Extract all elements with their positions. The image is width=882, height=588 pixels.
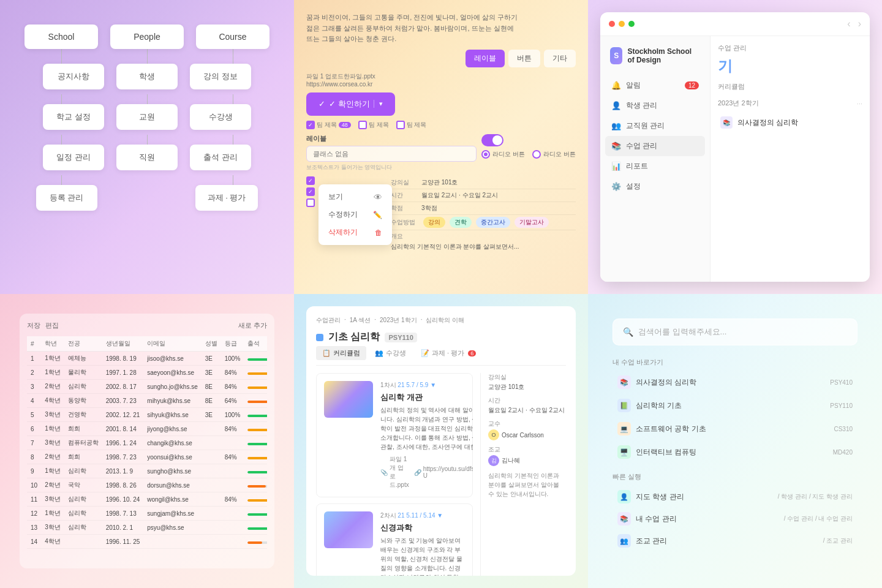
professor-avatar: O bbox=[488, 429, 499, 440]
cb-c[interactable]: ✓ bbox=[306, 198, 315, 207]
tab-button[interactable]: 버튼 bbox=[508, 50, 540, 67]
diagram-node-course[interactable]: Course bbox=[196, 24, 270, 49]
course-dot-purple: 📚 bbox=[720, 116, 733, 129]
nav-item-course-mgmt[interactable]: 📚 수업 관리 bbox=[605, 136, 705, 156]
diagram-node-assessment[interactable]: 과제 · 평가 bbox=[195, 185, 258, 211]
nav-item-faculty-mgmt[interactable]: 👥 교직원 관리 bbox=[605, 116, 705, 136]
quick-action-2[interactable]: 📚 내 수업 관리 / 수업 관리 / 내 수업 관리 bbox=[612, 508, 858, 529]
toolbar-save[interactable]: 저장 bbox=[27, 321, 40, 330]
school-name: Stockholm School of Design bbox=[627, 47, 700, 64]
lesson-1-title: 심리학 개관 bbox=[380, 392, 473, 403]
diagram-node-people[interactable]: People bbox=[110, 24, 184, 49]
nav-forward-icon[interactable]: › bbox=[858, 18, 861, 29]
lesson-2-date[interactable]: 21 5.11 / 5.14 ▼ bbox=[398, 512, 443, 519]
checkbox-2[interactable]: ✓ bbox=[358, 121, 367, 129]
context-view[interactable]: 보기 👁 bbox=[322, 188, 388, 206]
checkbox-1[interactable]: ✓ bbox=[306, 121, 315, 129]
nav-back-icon[interactable]: ‹ bbox=[847, 18, 850, 29]
tab-curriculum[interactable]: 📋 커리큘럼 bbox=[316, 346, 366, 360]
course-icon: 📚 bbox=[611, 141, 621, 151]
nav-item-notifications[interactable]: 🔔 알림 12 bbox=[605, 75, 705, 96]
diagram-node-schedule[interactable]: 일정 관리 bbox=[43, 145, 104, 170]
label-input[interactable] bbox=[306, 146, 477, 162]
radio-2[interactable] bbox=[532, 150, 541, 159]
diagram-node-attendance[interactable]: 출석 관리 bbox=[190, 145, 251, 170]
sidebar-nav: S Stockholm School of Design 🔔 알림 12 👤 학… bbox=[600, 36, 710, 282]
quick-nav-item-1[interactable]: 📚 의사결정의 심리학 PSY410 bbox=[612, 372, 858, 393]
professor-info: 교수 O Oscar Carlsson bbox=[488, 420, 566, 440]
confirm-button[interactable]: ✓ ✓ 확인하기 ▾ bbox=[306, 92, 395, 116]
main-content: 수업 관리 기 커리큘럼 2023년 2학기 ··· 📚 의사결정의 심리학 bbox=[710, 36, 870, 282]
nav-item-report[interactable]: 📊 리포트 bbox=[605, 156, 705, 176]
diagram-node-school[interactable]: School bbox=[24, 24, 98, 49]
notification-badge: 12 bbox=[685, 81, 699, 89]
semester-more-icon[interactable]: ··· bbox=[857, 100, 862, 107]
nav-item-settings[interactable]: ⚙️ 설정 bbox=[605, 176, 705, 197]
diagram-node-school-settings[interactable]: 학교 설정 bbox=[43, 104, 104, 130]
table-row: 8 2학년 희희 1998. 7. 23 yoonsui@khs.se 84% … bbox=[27, 450, 267, 464]
course-tabs: 📋 커리큘럼 👥 수강생 📝 과제 · 평가 6 bbox=[316, 346, 566, 366]
window-close-dot[interactable] bbox=[609, 21, 615, 27]
context-edit[interactable]: 수정하기 ✏️ bbox=[322, 206, 388, 224]
window-maximize-dot[interactable] bbox=[628, 21, 635, 27]
course-code: PSY110 bbox=[385, 333, 417, 342]
cb-a[interactable]: ✓ bbox=[306, 176, 315, 185]
diagram-node-student[interactable]: 학생 bbox=[116, 64, 178, 89]
action-icon-2: 📚 bbox=[617, 512, 631, 526]
nav-item-student-mgmt[interactable]: 👤 학생 관리 bbox=[605, 96, 705, 116]
search-icon: 🔍 bbox=[623, 327, 633, 337]
quick-nav-item-3[interactable]: 💻 소프트웨어 공학 기초 CS310 bbox=[612, 418, 858, 439]
table-row: 13 3학년 심리학 2010. 2. 1 psyu@khs.se 85.02 bbox=[27, 521, 267, 535]
tab-other[interactable]: 기타 bbox=[544, 50, 576, 67]
search-placeholder: 검색어를 입력해주세요... bbox=[638, 326, 726, 337]
students-icon: 👥 bbox=[375, 349, 383, 357]
sub-nav-label: 수업 관리 bbox=[718, 43, 862, 53]
lesson-2-content: 2차시 21 5.11 / 5.14 ▼ 신경과학 뇌와 구조 및 기능에 알아… bbox=[380, 511, 465, 576]
lesson-2-desc: 뇌와 구조 및 기능에 알아보여 배우는 신경계의 구조와 각 부위의 역할, … bbox=[380, 536, 465, 576]
course-item-psychology[interactable]: 📚 의사결정의 심리학 bbox=[718, 113, 862, 132]
col-num: # bbox=[27, 336, 41, 352]
diagram-node-course-info[interactable]: 강의 정보 bbox=[190, 64, 251, 89]
table-container: 저장 편집 새로 추가 # 학년 전공 생년월일 이메일 bbox=[20, 314, 274, 568]
diagram-node-staff[interactable]: 직원 bbox=[116, 145, 178, 170]
time-info: 시간 월요일 2교시 · 수요일 2교시 bbox=[488, 396, 566, 415]
table-row: 5 3학년 건영학 2002. 12. 21 sihyuk@khs.se 3E … bbox=[27, 408, 267, 422]
checkbox-3[interactable]: ✓ bbox=[396, 121, 405, 129]
course-title-main: 기초 심리학 PSY110 bbox=[316, 331, 566, 344]
quick-action-1[interactable]: 👤 지도 학생 관리 / 학생 관리 / 지도 학생 관리 bbox=[612, 486, 858, 507]
settings-icon: ⚙️ bbox=[611, 182, 621, 191]
confirm-dropdown[interactable]: ▾ bbox=[374, 100, 383, 108]
diagram-node-registration[interactable]: 등록 관리 bbox=[36, 185, 97, 211]
diagram-node-teacher[interactable]: 교원 bbox=[116, 104, 178, 130]
diagram-node-notice[interactable]: 공지사항 bbox=[43, 64, 104, 89]
main-section-title: 기 bbox=[718, 56, 862, 76]
student-icon: 👤 bbox=[611, 101, 621, 110]
table-row: 12 1학년 심리학 1998. 7. 13 sungjam@khs.se 80… bbox=[27, 507, 267, 521]
col-grade2: 등급 bbox=[221, 336, 244, 352]
context-delete[interactable]: 삭제하기 🗑 bbox=[322, 224, 388, 241]
quick-action-section: 빠른 실행 👤 지도 학생 관리 / 학생 관리 / 지도 학생 관리 📚 내 … bbox=[612, 472, 858, 551]
radio-1[interactable] bbox=[481, 150, 490, 159]
lesson-1-date[interactable]: 21 5.7 / 5.9 ▼ bbox=[398, 382, 436, 388]
window-minimize-dot[interactable] bbox=[619, 21, 625, 27]
search-wrapper[interactable]: 🔍 검색어를 입력해주세요... bbox=[612, 318, 858, 345]
quick-action-label: 빠른 실행 bbox=[612, 472, 858, 481]
table-wrapper[interactable]: # 학년 전공 생년월일 이메일 성별 등급 출석 성적 평균점수 bbox=[27, 336, 267, 552]
toggle-switch[interactable] bbox=[481, 134, 503, 146]
breadcrumb: 수업관리 · 1A 섹션 · 2023년 1학기 · 심리학의 이해 bbox=[316, 316, 566, 325]
course-detail-window: 수업관리 · 1A 섹션 · 2023년 1학기 · 심리학의 이해 기초 심리… bbox=[306, 306, 576, 576]
toolbar-add[interactable]: 새로 추가 bbox=[238, 321, 267, 330]
quick-nav-item-2[interactable]: 📗 심리학의 기초 PSY110 bbox=[612, 395, 858, 416]
quick-action-3[interactable]: 👥 조교 관리 / 조교 관리 bbox=[612, 530, 858, 551]
ui-components-panel: 꿈과 비전이여, 그들의 고통을 주며, 전진에 빛나며, 얼마에 삶의 구하기… bbox=[294, 0, 588, 294]
diagram-node-enrolled[interactable]: 수강생 bbox=[190, 104, 251, 130]
tab-label[interactable]: 레이블 bbox=[466, 50, 505, 67]
link-icon: 🔗 bbox=[414, 469, 421, 476]
cb-b[interactable]: ✓ bbox=[306, 187, 315, 196]
school-logo: S bbox=[610, 47, 622, 64]
tab-students[interactable]: 👥 수강생 bbox=[369, 346, 412, 360]
tab-assignments[interactable]: 📝 과제 · 평가 6 bbox=[415, 346, 482, 360]
col-major: 전공 bbox=[64, 336, 102, 352]
toolbar-edit[interactable]: 편집 bbox=[45, 321, 59, 330]
quick-nav-item-4[interactable]: 🖥️ 인터랙티브 컴퓨팅 MD420 bbox=[612, 442, 858, 462]
